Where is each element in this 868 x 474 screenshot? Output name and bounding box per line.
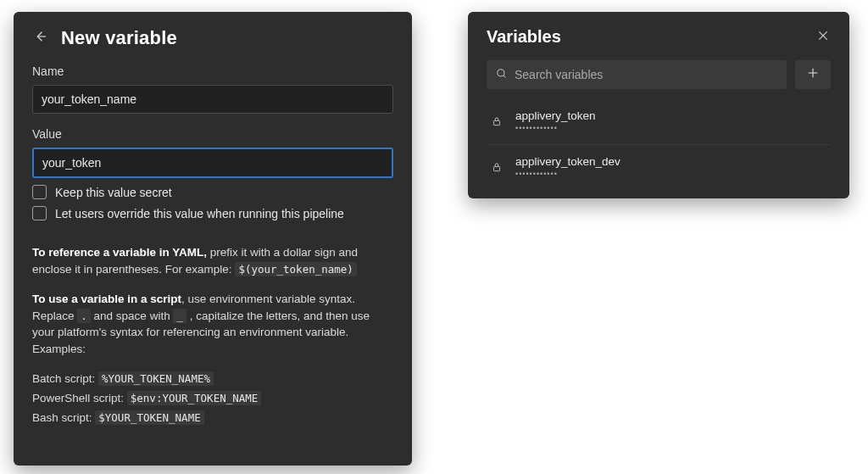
variables-toolbar <box>487 60 831 89</box>
variable-mask: •••••••••••• <box>515 124 596 132</box>
back-button[interactable] <box>32 30 49 47</box>
variable-text: applivery_token_dev •••••••••••• <box>515 155 620 178</box>
bash-line: Bash script: $YOUR_TOKEN_NAME <box>32 410 393 427</box>
secret-checkbox[interactable] <box>32 185 47 199</box>
name-input[interactable] <box>32 85 393 114</box>
add-variable-button[interactable] <box>795 60 831 89</box>
variable-name: applivery_token_dev <box>515 155 620 168</box>
help-text: To reference a variable in YAML, prefix … <box>32 244 393 427</box>
variables-list: applivery_token •••••••••••• applivery_t… <box>487 99 831 190</box>
help-yaml-paragraph: To reference a variable in YAML, prefix … <box>32 244 393 277</box>
variable-mask: •••••••••••• <box>515 170 620 178</box>
panel-title: New variable <box>61 27 177 49</box>
help-script-rest2: and space with <box>91 309 174 322</box>
variable-row[interactable]: applivery_token_dev •••••••••••• <box>487 144 831 190</box>
value-input[interactable] <box>32 148 393 178</box>
batch-label: Batch script: <box>32 372 98 385</box>
svg-rect-1 <box>494 120 500 125</box>
svg-rect-2 <box>494 166 500 170</box>
variable-row[interactable]: applivery_token •••••••••••• <box>487 99 831 144</box>
lock-icon <box>490 114 504 128</box>
batch-code: %YOUR_TOKEN_NAME% <box>98 371 214 386</box>
script-examples: Batch script: %YOUR_TOKEN_NAME% PowerShe… <box>32 371 393 427</box>
variable-text: applivery_token •••••••••••• <box>515 109 596 132</box>
name-field-block: Name <box>32 64 393 114</box>
ps-code: $env:YOUR_TOKEN_NAME <box>127 391 262 405</box>
help-yaml-code: $(your_token_name) <box>235 262 356 276</box>
name-label: Name <box>32 64 393 78</box>
ps-label: PowerShell script: <box>32 392 127 404</box>
help-yaml-bold: To reference a variable in YAML, <box>32 246 207 259</box>
new-variable-panel: New variable Name Value Keep this value … <box>14 12 412 466</box>
svg-point-0 <box>498 69 504 75</box>
bash-label: Bash script: <box>32 411 95 424</box>
variable-name: applivery_token <box>515 109 596 122</box>
override-checkbox[interactable] <box>32 206 47 220</box>
plus-icon <box>806 66 820 83</box>
lock-icon <box>490 160 504 174</box>
search-input[interactable] <box>515 68 778 81</box>
value-field-block: Value <box>32 127 393 178</box>
batch-line: Batch script: %YOUR_TOKEN_NAME% <box>32 371 393 388</box>
variables-title: Variables <box>487 27 561 47</box>
help-script-us: _ <box>173 309 186 323</box>
override-label: Let users override this value when runni… <box>55 207 344 220</box>
bash-code: $YOUR_TOKEN_NAME <box>95 410 203 425</box>
variables-header: Variables <box>487 27 831 47</box>
search-wrap[interactable] <box>487 60 787 89</box>
ps-line: PowerShell script: $env:YOUR_TOKEN_NAME <box>32 390 393 408</box>
new-variable-header: New variable <box>32 27 393 49</box>
override-checkbox-row: Let users override this value when runni… <box>32 206 393 220</box>
arrow-left-icon <box>33 29 48 47</box>
value-label: Value <box>32 127 393 141</box>
help-script-bold: To use a variable in a script <box>32 293 181 305</box>
secret-checkbox-row: Keep this value secret <box>32 185 393 199</box>
help-script-paragraph: To use a variable in a script, use envir… <box>32 291 393 357</box>
secret-label: Keep this value secret <box>55 186 172 199</box>
variables-panel: Variables <box>468 12 849 198</box>
close-icon <box>816 29 830 46</box>
help-script-dot: . <box>77 309 91 323</box>
close-button[interactable] <box>815 30 831 45</box>
search-icon <box>495 67 508 83</box>
